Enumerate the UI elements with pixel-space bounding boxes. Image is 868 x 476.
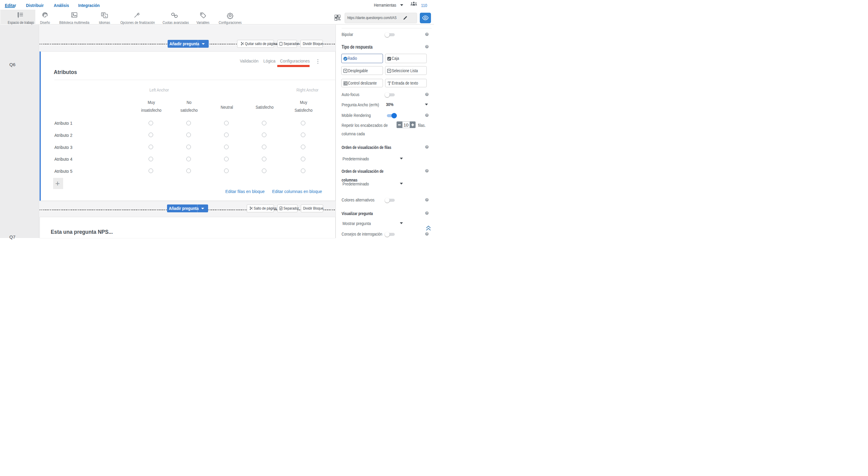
svg-text:A: A	[105, 15, 106, 18]
